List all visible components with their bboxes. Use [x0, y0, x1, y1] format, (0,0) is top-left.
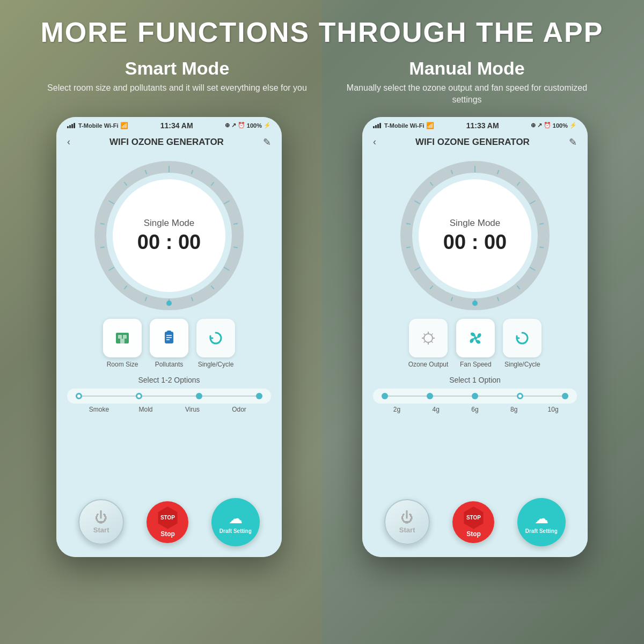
svg-line-44: [406, 247, 411, 247]
location-icon-right: ⊕: [531, 122, 536, 129]
ozone-output-icon: [419, 328, 438, 348]
control-fan-speed[interactable]: Fan Speed: [456, 319, 495, 368]
dot-virus[interactable]: [196, 393, 202, 399]
dots-labels-right: 2g 4g 6g 8g 10g: [373, 406, 577, 413]
phone-content-left: Single Mode 00 : 00: [56, 152, 282, 557]
ozone-output-icon-box: [409, 319, 448, 357]
label-8g: 8g: [494, 406, 533, 413]
time-left: 11:34 AM: [160, 121, 193, 130]
dot-mold[interactable]: [136, 393, 142, 399]
ozone-output-label: Ozone Output: [408, 361, 449, 368]
manual-mode-header: Manual Mode Manually select the ozone ou…: [336, 58, 597, 106]
signal-bar-3: [71, 124, 73, 128]
stop-hex-left: STOP: [156, 507, 179, 529]
app-header-right: ‹ WIFI OZONE GENERATOR ✎: [362, 132, 588, 152]
status-bar-left: T-Mobile Wi-Fi 📶 11:34 AM ⊕ ↗ ⏰ 100% ⚡: [56, 117, 282, 132]
signal-bar-r4: [379, 123, 381, 128]
draft-button-left[interactable]: ☁ Draft Setting: [211, 498, 260, 546]
start-icon-left: ⏻: [95, 510, 108, 525]
label-10g: 10g: [533, 406, 573, 413]
dot-8g[interactable]: [517, 393, 523, 399]
status-bar-right: T-Mobile Wi-Fi 📶 11:33 AM ⊕ ↗ ⏰ 100% ⚡: [362, 117, 588, 132]
dot-odor[interactable]: [256, 393, 262, 399]
signal-bar-r1: [373, 126, 375, 128]
draft-label-left: Draft Setting: [219, 528, 252, 534]
phones-row: T-Mobile Wi-Fi 📶 11:34 AM ⊕ ↗ ⏰ 100% ⚡ ‹…: [0, 117, 644, 644]
svg-line-59: [424, 341, 426, 342]
room-size-label: Room Size: [107, 361, 138, 368]
status-left: T-Mobile Wi-Fi 📶: [67, 122, 128, 129]
dial-container-right: Single Mode 00 : 00: [400, 160, 550, 311]
start-button-left[interactable]: ⏻ Start: [78, 499, 124, 545]
dot-2g[interactable]: [382, 393, 388, 399]
control-single-cycle-left[interactable]: Single/Cycle: [196, 319, 235, 368]
carrier-right: T-Mobile Wi-Fi: [384, 122, 424, 129]
battery-right: 100%: [553, 122, 568, 129]
svg-point-20: [166, 301, 172, 306]
signal-bar-2: [69, 125, 71, 128]
label-2g: 2g: [377, 406, 416, 413]
draft-icon-left: ☁: [229, 510, 243, 527]
label-virus: Virus: [169, 406, 216, 413]
dot-10g[interactable]: [562, 393, 568, 399]
location-icon-left: ⊕: [225, 122, 230, 129]
fan-speed-icon: [466, 328, 485, 348]
edit-button-right[interactable]: ✎: [569, 136, 577, 148]
signal-bar-r2: [375, 125, 377, 128]
dots-labels-left: Smoke Mold Virus Odor: [67, 406, 271, 413]
phone-smart-mode: T-Mobile Wi-Fi 📶 11:34 AM ⊕ ↗ ⏰ 100% ⚡ ‹…: [56, 117, 282, 557]
battery-icon-left: ⚡: [264, 122, 271, 129]
room-size-icon-box: [103, 319, 142, 357]
svg-line-15: [100, 223, 105, 224]
svg-line-45: [406, 223, 411, 224]
header-section: MORE FUNCTIONS THROUGH THE APP: [0, 0, 644, 58]
signal-icon-left: ↗: [231, 122, 236, 129]
controls-row-right: Ozone Output Fan Speed: [373, 319, 577, 368]
dot-4g[interactable]: [427, 393, 433, 399]
dial-time-left: 00 : 00: [137, 230, 201, 253]
dots-track-right: [382, 393, 568, 399]
manual-mode-desc: Manually select the ozone output and fan…: [336, 82, 597, 106]
start-label-left: Start: [93, 526, 109, 534]
alarm-icon-right: ⏰: [544, 122, 551, 129]
stop-hex-text-left: STOP: [160, 515, 175, 521]
svg-rect-24: [120, 339, 125, 343]
control-room-size[interactable]: Room Size: [103, 319, 142, 368]
dial-container-left: Single Mode 00 : 00: [94, 160, 244, 311]
svg-point-60: [474, 336, 477, 340]
svg-point-50: [472, 301, 478, 306]
control-ozone-output[interactable]: Ozone Output: [408, 319, 449, 368]
smart-mode-title: Smart Mode: [47, 58, 308, 79]
svg-line-36: [539, 247, 544, 247]
phone-manual-mode: T-Mobile Wi-Fi 📶 11:33 AM ⊕ ↗ ⏰ 100% ⚡ ‹…: [362, 117, 588, 557]
dot-smoke[interactable]: [76, 393, 82, 399]
single-cycle-icon-right: [513, 328, 532, 348]
stop-button-left[interactable]: STOP Stop: [147, 501, 188, 543]
control-pollutants[interactable]: Pollutants: [150, 319, 188, 368]
signal-bars-right: [373, 123, 381, 128]
fan-speed-label: Fan Speed: [460, 361, 492, 368]
control-single-cycle-right[interactable]: Single/Cycle: [503, 319, 541, 368]
battery-icon-right: ⚡: [569, 122, 577, 129]
edit-button-left[interactable]: ✎: [263, 136, 271, 148]
smart-mode-header: Smart Mode Select room size and pollutan…: [47, 58, 308, 106]
svg-rect-23: [123, 335, 127, 339]
single-cycle-label-left: Single/Cycle: [198, 361, 234, 368]
status-right-left: ⊕ ↗ ⏰ 100% ⚡: [225, 122, 271, 129]
label-mold: Mold: [122, 406, 169, 413]
signal-icon-right: ↗: [537, 122, 542, 129]
pollutants-label: Pollutants: [155, 361, 184, 368]
dots-track-left: [76, 393, 262, 399]
label-6g: 6g: [456, 406, 495, 413]
app-title-right: WIFI OZONE GENERATOR: [376, 137, 569, 148]
battery-left: 100%: [247, 122, 262, 129]
draft-button-right[interactable]: ☁ Draft Setting: [517, 498, 566, 546]
status-right-right: ⊕ ↗ ⏰ 100% ⚡: [531, 122, 577, 129]
dot-6g[interactable]: [472, 393, 478, 399]
stop-button-right[interactable]: STOP Stop: [452, 501, 494, 543]
svg-line-6: [233, 247, 238, 247]
phone-content-right: Single Mode 00 : 00: [362, 152, 588, 557]
dial-mode-right: Single Mode: [443, 217, 507, 228]
start-button-right[interactable]: ⏻ Start: [384, 499, 430, 545]
signal-bar-4: [74, 123, 75, 128]
